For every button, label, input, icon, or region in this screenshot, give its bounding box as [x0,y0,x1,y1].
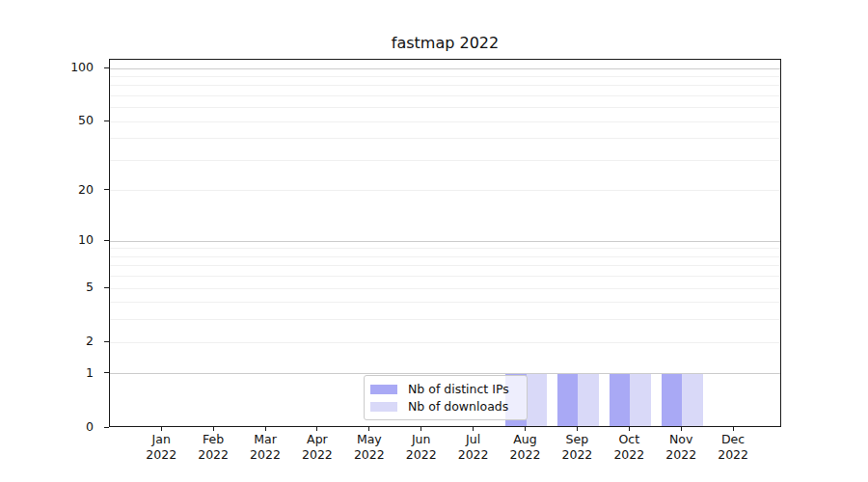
gridline-minor [110,248,780,249]
gridline-minor [110,138,780,139]
bar-nb-of-downloads-nov-2022 [682,374,703,426]
y-tick [104,287,109,288]
x-tick-label: May 2022 [354,432,385,463]
x-tick [577,427,578,431]
legend-swatch-distinct-ips [370,385,397,394]
gridline-minor [110,288,780,289]
y-tick [104,341,109,342]
legend-swatch-downloads [370,402,397,412]
x-tick-label: Jan 2022 [146,432,176,463]
gridline-minor [110,107,780,108]
y-tick [104,240,109,241]
chart-figure: fastmap 2022 Jan 2022Feb 2022Mar 2022Apr… [0,0,868,482]
x-tick-label: Mar 2022 [250,432,281,463]
x-tick [368,427,369,431]
y-tick [104,372,109,373]
gridline-minor [110,276,780,277]
y-tick-label: 5 [49,280,94,295]
x-tick [161,427,162,431]
x-tick-label: Apr 2022 [302,432,333,463]
legend: Nb of distinct IPs Nb of downloads [364,375,528,420]
gridline-minor [110,85,780,86]
legend-item-distinct-ips: Nb of distinct IPs [370,381,519,397]
x-tick [473,427,474,431]
y-tick [104,427,109,428]
gridline-minor [110,256,780,257]
x-tick-label: Nov 2022 [665,432,696,463]
x-tick-label: Aug 2022 [510,432,541,463]
x-tick [733,427,734,431]
x-tick [629,427,630,431]
bar-nb-of-downloads-aug-2022 [527,374,548,426]
bar-nb-of-distinct-ips-nov-2022 [662,374,683,426]
gridline-minor [110,302,780,303]
gridline-minor [110,190,780,191]
bar-nb-of-distinct-ips-oct-2022 [610,374,631,426]
x-tick [420,427,421,431]
y-tick-label: 100 [49,60,94,75]
x-tick-label: Oct 2022 [613,432,644,463]
gridline-minor [110,319,780,320]
x-tick-label: Jul 2022 [458,432,489,463]
bar-nb-of-distinct-ips-sep-2022 [557,374,579,426]
gridline-minor [110,121,780,122]
y-tick-label: 50 [49,113,94,128]
y-tick-label: 1 [49,365,94,381]
plot-grid-and-bars [110,60,780,426]
gridline-minor [110,342,780,343]
x-tick-label: Dec 2022 [718,432,748,463]
x-tick-label: Sep 2022 [561,432,592,463]
legend-label-downloads: Nb of downloads [408,399,519,414]
x-tick [265,427,266,431]
gridline-minor [110,95,780,96]
gridline-minor [110,160,780,161]
bar-nb-of-downloads-oct-2022 [630,374,651,426]
x-tick [316,427,317,431]
gridline-major [110,241,780,242]
y-tick [104,120,109,121]
legend-item-downloads: Nb of downloads [370,398,519,415]
x-tick [525,427,526,431]
chart-title: fastmap 2022 [109,34,781,52]
y-tick-label: 2 [49,334,94,349]
gridline-major [110,68,780,69]
gridline-minor [110,76,780,77]
y-tick [104,189,109,190]
y-tick-label: 0 [49,419,94,435]
y-tick-label: 20 [49,182,94,198]
gridline-minor [110,265,780,266]
x-tick-label: Feb 2022 [198,432,229,463]
y-tick [104,67,109,68]
legend-label-distinct-ips: Nb of distinct IPs [408,382,519,396]
x-tick [681,427,682,431]
x-tick [213,427,214,431]
y-tick-label: 10 [49,232,94,248]
bar-nb-of-downloads-sep-2022 [578,374,599,426]
x-tick-label: Jun 2022 [406,432,437,463]
